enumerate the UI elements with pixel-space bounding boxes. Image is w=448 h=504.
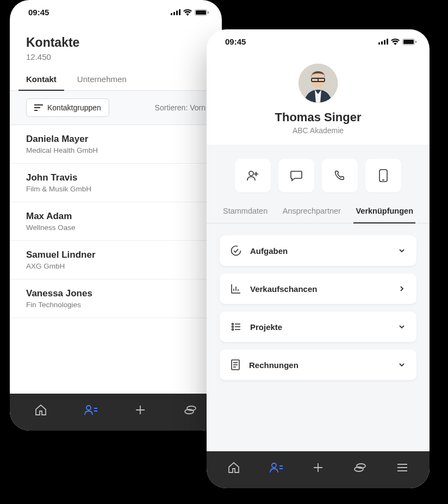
contact-item[interactable]: Vanessa Jones Fin Technologies [10,279,222,318]
call-button[interactable] [322,159,358,192]
card-tasks[interactable]: Aufgaben [220,235,416,266]
action-row [207,145,430,192]
card-projects[interactable]: Projekte [220,312,416,342]
tab-contact-persons[interactable]: Ansprechpartner [283,207,341,223]
bottom-nav [207,451,430,488]
contact-item[interactable]: Samuel Lindner AXG GmbH [10,241,222,279]
status-icons [171,9,209,16]
svg-rect-18 [381,41,383,45]
nav-contacts[interactable] [84,403,98,419]
mobile-icon [379,169,388,182]
svg-rect-2 [176,11,178,16]
link-cards: Aufgaben Verkaufschancen Projekte Rechnu… [207,223,430,392]
add-person-icon [246,170,259,182]
nav-home[interactable] [227,461,240,476]
message-button[interactable] [278,159,314,192]
svg-rect-17 [378,42,380,45]
signal-icon [378,39,388,45]
nav-menu[interactable] [396,461,409,476]
contact-company: AXG GmbH [26,262,206,270]
svg-rect-6 [208,11,209,14]
avatar[interactable] [298,64,338,103]
svg-point-51 [272,463,276,468]
status-bar: 09:45 [10,0,222,20]
avatar-image [298,64,338,103]
wifi-icon [183,9,192,16]
contacts-screen: 09:45 Kontakte 12.450 Kontakt Unternehme… [10,0,222,431]
svg-rect-5 [196,10,206,15]
mobile-button[interactable] [365,159,401,192]
contact-name: Max Adam [26,211,206,222]
tab-main-data[interactable]: Stammdaten [223,207,267,223]
contact-name: Samuel Lindner [26,250,206,260]
contacts-list[interactable]: Daniela Mayer Medical Health GmbH John T… [10,125,222,394]
chevron-right-icon [398,285,406,293]
projects-icon [231,321,241,332]
svg-point-10 [86,406,91,410]
contact-count: 12.450 [26,52,206,61]
chat-icon [290,170,303,182]
contact-company: Medical Health GmbH [26,146,206,154]
home-icon [227,461,240,474]
contacts-icon [84,403,98,416]
profile-company: ABC Akademie [207,126,430,135]
svg-point-41 [232,323,234,325]
status-time: 09:45 [28,8,49,17]
page-title: Kontakte [26,35,206,50]
bottom-nav [10,394,222,431]
detail-tabs: Stammdaten Ansprechpartner Verknüpfungen [207,192,430,223]
nav-funnel[interactable] [353,461,367,476]
card-label: Projekte [250,322,389,332]
chevron-down-icon [398,247,406,254]
card-opportunities[interactable]: Verkaufschancen [220,273,416,304]
svg-rect-9 [34,110,38,111]
wifi-icon [391,39,400,45]
nav-contacts[interactable] [269,461,283,476]
filter-label: Kontaktgruppen [47,103,101,112]
card-invoices[interactable]: Rechnungen [220,350,416,380]
contact-item[interactable]: Max Adam Wellness Oase [10,202,222,241]
sort-label[interactable]: Sortieren: Vorn [155,103,206,112]
tasks-icon [231,245,241,256]
contacts-icon [269,461,283,474]
contact-name: John Travis [26,172,206,183]
filter-bar: Kontaktgruppen Sortieren: Vorn [10,91,222,125]
contact-item[interactable]: Daniela Mayer Medical Health GmbH [10,125,222,164]
tab-links[interactable]: Verknüpfungen [356,207,413,223]
add-person-button[interactable] [235,159,271,192]
signal-icon [171,9,181,15]
contacts-header: Kontakte 12.450 [10,20,222,69]
svg-rect-7 [34,104,43,105]
svg-rect-3 [179,9,181,15]
filter-icon [34,104,43,111]
plus-icon [312,461,325,474]
contact-item[interactable]: John Travis Film & Musik GmbH [10,164,222,202]
svg-point-35 [232,246,241,256]
contact-company: Film & Musik GmbH [26,185,206,193]
chart-icon [231,283,241,294]
card-label: Aufgaben [250,246,389,256]
home-icon [34,403,47,416]
invoice-icon [231,359,240,370]
tab-contact[interactable]: Kontakt [26,74,57,90]
svg-rect-23 [415,41,416,43]
svg-point-29 [249,171,253,176]
contact-name: Vanessa Jones [26,288,206,299]
contact-detail-screen: 09:45 Thomas Singer ABC Ak [207,29,430,488]
nav-add[interactable] [312,461,325,476]
menu-icon [396,461,409,474]
contact-groups-button[interactable]: Kontaktgruppen [26,98,109,117]
svg-rect-20 [387,39,388,45]
coins-icon [183,403,197,416]
nav-funnel[interactable] [183,403,197,419]
card-label: Rechnungen [249,360,389,370]
chevron-down-icon [398,323,406,331]
svg-rect-8 [34,107,40,108]
nav-home[interactable] [34,403,47,419]
nav-add[interactable] [134,403,147,419]
svg-rect-0 [171,13,172,15]
svg-rect-22 [403,40,414,44]
profile-header: Thomas Singer ABC Akademie [207,49,430,145]
profile-name: Thomas Singer [207,110,430,125]
tab-company[interactable]: Unternehmen [77,74,127,90]
